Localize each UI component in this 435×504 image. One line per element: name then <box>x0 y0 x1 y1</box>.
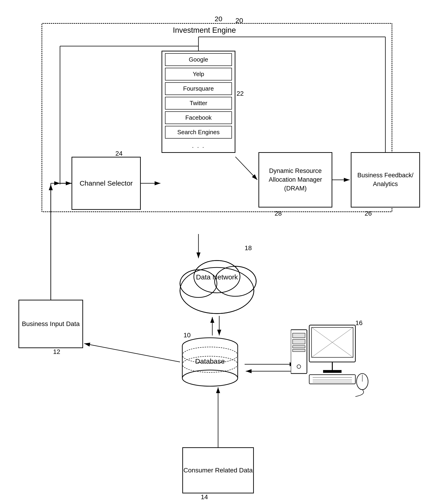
svg-point-54 <box>297 365 301 369</box>
consumer-box: Consumer Related Data <box>182 447 254 493</box>
database-label: Database <box>182 357 238 365</box>
channels-stack: Google Yelp Foursquare Twitter Facebook … <box>162 51 235 153</box>
channel-selector-box: Channel Selector <box>72 157 141 210</box>
channel-twitter: Twitter <box>165 97 232 109</box>
computer-number: 16 <box>355 319 362 327</box>
svg-rect-51 <box>293 339 305 344</box>
diagram-container: Data Network <box>0 0 435 504</box>
svg-rect-53 <box>293 349 305 351</box>
data-network-label: Data Network <box>187 273 247 281</box>
ie-number: 20 <box>235 17 243 24</box>
investment-engine-title: Investment Engine <box>170 26 239 35</box>
dram-box: Dynamic Resource Allocation Manager (DRA… <box>259 152 332 207</box>
feedback-number: 26 <box>365 210 372 217</box>
channel-facebook: Facebook <box>165 111 232 124</box>
svg-rect-50 <box>293 333 305 338</box>
channel-foursquare: Foursquare <box>165 82 232 95</box>
business-input-number: 12 <box>53 348 60 356</box>
channel-yelp: Yelp <box>165 68 232 81</box>
channels-number: 22 <box>237 90 244 97</box>
dram-label: Dynamic Resource Allocation Manager (DRA… <box>259 167 332 193</box>
channel-google: Google <box>165 53 232 66</box>
business-input-label: Business Input Data <box>22 319 80 328</box>
channel-search-engines: Search Engines <box>165 126 232 139</box>
business-input-box: Business Input Data <box>19 300 83 348</box>
feedback-box: Business Feedback/ Analytics <box>351 152 420 207</box>
feedback-label: Business Feedback/ Analytics <box>352 171 419 189</box>
investment-engine-number: 20 <box>215 15 222 23</box>
consumer-number: 14 <box>201 493 208 501</box>
data-network-cloud <box>173 249 261 318</box>
svg-rect-48 <box>323 370 342 373</box>
svg-line-16 <box>84 343 180 362</box>
channel-selector-number: 24 <box>115 150 122 157</box>
channels-dots: . . . <box>162 140 235 152</box>
computer-icon <box>291 323 379 401</box>
svg-rect-55 <box>309 375 355 384</box>
svg-rect-52 <box>293 346 305 348</box>
data-network-number: 18 <box>245 244 252 252</box>
channel-selector-label: Channel Selector <box>80 179 133 187</box>
consumer-label: Consumer Related Data <box>184 466 253 475</box>
dram-number: 28 <box>275 210 282 217</box>
database-number: 10 <box>184 332 191 339</box>
